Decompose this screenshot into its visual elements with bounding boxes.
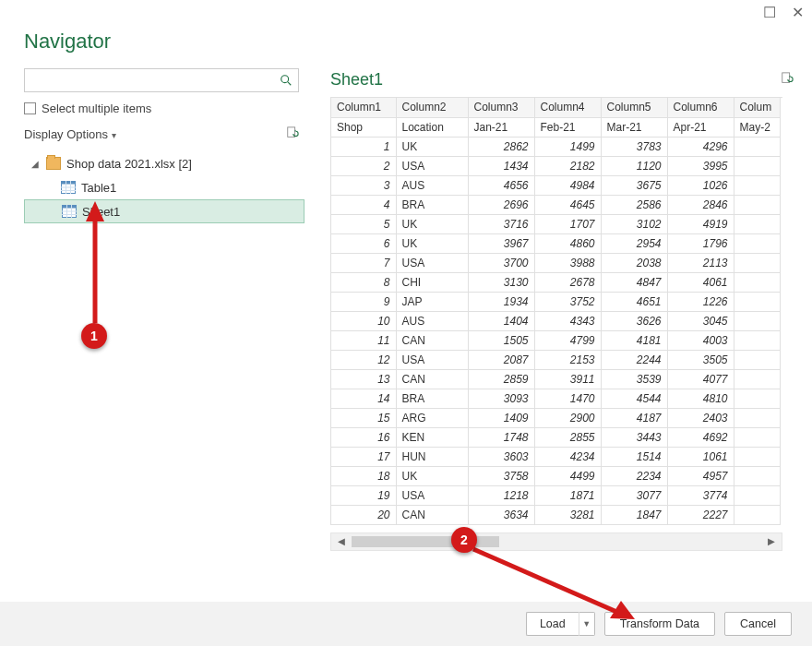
table-cell: Shop [331,117,396,137]
table-cell: 3505 [667,350,734,369]
table-cell: 1 [331,137,396,156]
table-cell: 10 [331,311,396,330]
table-cell: Mar-21 [601,117,667,137]
table-cell: 2038 [601,253,667,272]
table-row: 20CAN3634328118472227 [331,505,780,524]
column-header[interactable]: Column1 [331,98,396,117]
close-icon[interactable]: ✕ [788,4,806,21]
search-input-wrapper[interactable] [24,68,299,92]
tree-item-sheet1[interactable]: Sheet1 [24,199,304,223]
table-cell: 3995 [667,156,734,175]
table-row: 16KEN1748285534434692 [331,427,780,447]
table-cell: 1434 [468,156,534,175]
scroll-left-icon[interactable]: ◄ [331,534,352,548]
transform-data-button[interactable]: Transform Data [604,612,715,636]
select-multiple-label: Select multiple items [42,102,151,115]
table-cell: 3603 [468,447,534,466]
search-input[interactable] [25,69,274,91]
tree-file-node[interactable]: ◢ Shop data 2021.xlsx [2] [24,151,304,175]
table-cell: 5 [331,214,396,233]
table-cell: 2696 [468,195,534,214]
column-header[interactable]: Column3 [468,98,534,117]
display-options-dropdown[interactable]: Display Options▾ [24,127,116,141]
table-row: 12USA2087215322443505 [331,350,780,369]
table-cell: Apr-21 [667,117,734,137]
svg-point-0 [281,76,289,83]
table-cell: 2900 [534,408,601,427]
table-cell: 1404 [468,311,534,330]
preview-grid: Column1Column2Column3Column4Column5Colum… [330,97,782,525]
table-cell [734,175,780,195]
table-cell: 1218 [468,485,534,505]
table-cell [734,427,780,447]
search-icon[interactable] [274,74,298,87]
table-cell [734,330,780,350]
table-cell: 4077 [667,369,734,389]
table-cell: 4187 [601,408,667,427]
column-header[interactable]: Column5 [601,98,667,117]
svg-line-1 [288,82,291,85]
column-header[interactable]: Column4 [534,98,601,117]
table-cell: 7 [331,253,396,272]
annotation-2-badge: 2 [451,527,477,553]
expander-icon[interactable]: ◢ [31,159,41,169]
table-cell: 4810 [667,389,734,408]
load-split-button[interactable]: Load ▼ [526,612,595,636]
maximize-icon[interactable]: ☐ [760,4,779,21]
table-cell: 4656 [468,175,534,195]
column-header[interactable]: Column6 [667,98,734,117]
svg-rect-4 [62,182,76,185]
table-cell: 3700 [468,253,534,272]
refresh-icon[interactable] [286,126,299,142]
table-cell: 4651 [601,292,667,311]
checkbox-icon[interactable] [24,102,36,114]
table-cell: 13 [331,369,396,389]
table-cell: 1796 [667,233,734,253]
table-cell: 1470 [534,389,601,408]
table-row: 17HUN3603423415141061 [331,447,780,466]
table-cell: 1026 [667,175,734,195]
table-cell: 3675 [601,175,667,195]
load-button[interactable]: Load [526,612,579,636]
load-dropdown-button[interactable]: ▼ [579,612,595,636]
table-cell: UK [396,137,468,156]
column-header[interactable]: Column2 [396,98,468,117]
table-cell: 9 [331,292,396,311]
cancel-button[interactable]: Cancel [724,612,792,636]
table-cell: 3093 [468,389,534,408]
select-multiple-checkbox[interactable]: Select multiple items [24,102,304,115]
table-cell: 3752 [534,292,601,311]
table-cell: 20 [331,505,396,524]
table-cell: 3443 [601,427,667,447]
table-cell: 1499 [534,137,601,156]
table-cell: 3130 [468,272,534,292]
table-cell: JAP [396,292,468,311]
table-cell: 3716 [468,214,534,233]
table-cell: 3539 [601,369,667,389]
table-cell: 3102 [601,214,667,233]
table-cell: 3045 [667,311,734,330]
horizontal-scrollbar[interactable]: ◄ ► [330,532,782,551]
table-cell: 18 [331,466,396,485]
table-cell: 1748 [468,427,534,447]
table-cell: 2586 [601,195,667,214]
tree-item-label: Sheet1 [82,205,120,219]
table-cell: 3911 [534,369,601,389]
table-cell: 4544 [601,389,667,408]
refresh-preview-icon[interactable] [781,72,794,88]
table-cell: 2678 [534,272,601,292]
table-cell: 2855 [534,427,601,447]
scroll-right-icon[interactable]: ► [761,534,782,548]
table-cell [734,253,780,272]
table-cell: 4692 [667,427,734,447]
table-cell: 11 [331,330,396,350]
scroll-track[interactable] [352,536,761,547]
tree-item-table1[interactable]: Table1 [24,175,304,199]
table-cell: 4645 [534,195,601,214]
column-header[interactable]: Colum [734,98,780,117]
table-cell: 1120 [601,156,667,175]
table-cell: 2862 [468,137,534,156]
table-cell: 4860 [534,233,601,253]
table-cell [734,233,780,253]
scroll-thumb[interactable] [352,536,499,547]
